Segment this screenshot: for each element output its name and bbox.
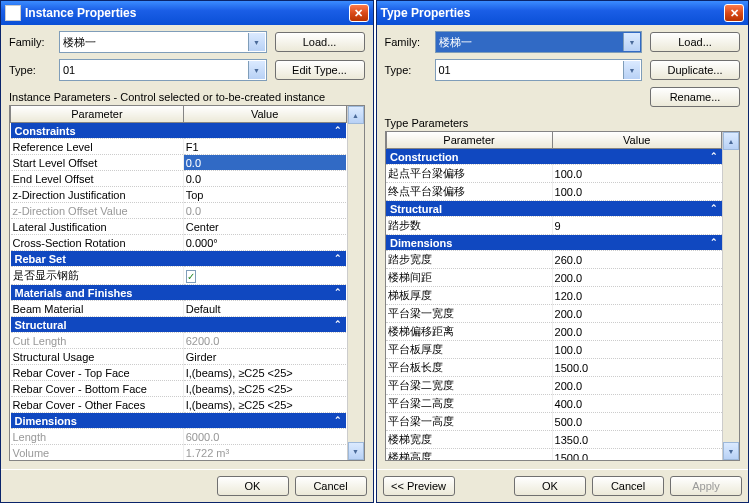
ok-button[interactable]: OK [217,476,289,496]
table-row[interactable]: Reference LevelF1 [11,139,347,155]
col-parameter[interactable]: Parameter [386,132,552,149]
scrollbar[interactable]: ▲ ▼ [722,132,739,460]
param-value[interactable]: 260.0 [552,251,721,269]
duplicate-button[interactable]: Duplicate... [650,60,740,80]
scrollbar[interactable]: ▲ ▼ [347,106,364,460]
param-value[interactable]: 6200.0 [183,333,346,349]
chevron-down-icon[interactable]: ▼ [248,33,265,51]
table-row[interactable]: Cross-Section Rotation0.000° [11,235,347,251]
table-row[interactable]: z-Direction JustificationTop [11,187,347,203]
table-row[interactable]: End Level Offset0.0 [11,171,347,187]
param-value[interactable]: 9 [552,217,721,235]
close-button[interactable]: ✕ [349,4,369,22]
param-value[interactable]: I,(beams), ≥C25 <25> [183,397,346,413]
table-row[interactable]: 平台梁二宽度200.0 [386,377,722,395]
table-row[interactable]: Beam MaterialDefault [11,301,347,317]
family-combo[interactable]: 楼梯一▼ [435,31,643,53]
table-row[interactable]: Start Level Offset0.0 [11,155,347,171]
param-value[interactable]: 200.0 [552,377,721,395]
table-row[interactable]: Rebar Cover - Other FacesI,(beams), ≥C25… [11,397,347,413]
table-row[interactable]: Structural UsageGirder [11,349,347,365]
param-value[interactable]: 200.0 [552,305,721,323]
scroll-up-icon[interactable]: ▲ [348,106,364,124]
param-value[interactable]: 200.0 [552,323,721,341]
param-value[interactable]: I,(beams), ≥C25 <25> [183,365,346,381]
rename-button[interactable]: Rename... [650,87,740,107]
param-value[interactable]: 100.0 [552,183,721,201]
section-header[interactable]: Dimensions⌃ [11,413,347,429]
param-value[interactable]: 120.0 [552,287,721,305]
param-value[interactable]: 100.0 [552,341,721,359]
col-value[interactable]: Value [552,132,721,149]
table-row[interactable]: 梯板厚度120.0 [386,287,722,305]
table-row[interactable]: 平台梁二高度400.0 [386,395,722,413]
param-value[interactable]: Top [183,187,346,203]
titlebar[interactable]: Type Properties ✕ [377,1,749,25]
param-value[interactable]: I,(beams), ≥C25 <25> [183,381,346,397]
table-row[interactable]: 是否显示钢筋✓ [11,267,347,285]
type-combo[interactable]: 01▼ [59,59,267,81]
section-header[interactable]: Constraints⌃ [11,123,347,139]
preview-button[interactable]: << Preview [383,476,455,496]
param-value[interactable]: 6000.0 [183,429,346,445]
scroll-down-icon[interactable]: ▼ [348,442,364,460]
section-header[interactable]: Structural⌃ [11,317,347,333]
table-row[interactable]: Length6000.0 [11,429,347,445]
table-row[interactable]: Lateral JustificationCenter [11,219,347,235]
table-row[interactable]: 踏步数9 [386,217,722,235]
scroll-up-icon[interactable]: ▲ [723,132,739,150]
cancel-button[interactable]: Cancel [295,476,367,496]
section-header[interactable]: Rebar Set⌃ [11,251,347,267]
param-value[interactable]: 0.0 [183,171,346,187]
table-row[interactable]: 楼梯高度1500.0 [386,449,722,461]
table-row[interactable]: 楼梯宽度1350.0 [386,431,722,449]
load-button[interactable]: Load... [650,32,740,52]
section-header[interactable]: Structural⌃ [386,201,722,217]
table-row[interactable]: 楼梯间距200.0 [386,269,722,287]
param-value[interactable]: 400.0 [552,395,721,413]
param-value[interactable]: 500.0 [552,413,721,431]
col-value[interactable]: Value [183,106,346,123]
table-row[interactable]: 平台梁一高度500.0 [386,413,722,431]
table-row[interactable]: 踏步宽度260.0 [386,251,722,269]
param-value[interactable]: Default [183,301,346,317]
family-combo[interactable]: 楼梯一▼ [59,31,267,53]
table-row[interactable]: Rebar Cover - Bottom FaceI,(beams), ≥C25… [11,381,347,397]
param-value[interactable]: 1500.0 [552,359,721,377]
param-value[interactable]: 1350.0 [552,431,721,449]
ok-button[interactable]: OK [514,476,586,496]
param-value[interactable]: 1500.0 [552,449,721,461]
section-header[interactable]: Dimensions⌃ [386,235,722,251]
table-row[interactable]: 平台板长度1500.0 [386,359,722,377]
apply-button[interactable]: Apply [670,476,742,496]
table-row[interactable]: 起点平台梁偏移100.0 [386,165,722,183]
param-value[interactable]: Center [183,219,346,235]
param-value[interactable]: 0.0 [183,155,346,171]
table-row[interactable]: z-Direction Offset Value0.0 [11,203,347,219]
param-value[interactable]: F1 [183,139,346,155]
table-row[interactable]: Rebar Cover - Top FaceI,(beams), ≥C25 <2… [11,365,347,381]
table-row[interactable]: 平台梁一宽度200.0 [386,305,722,323]
table-row[interactable]: Volume1.722 m³ [11,445,347,461]
cancel-button[interactable]: Cancel [592,476,664,496]
type-combo[interactable]: 01▼ [435,59,643,81]
param-value[interactable]: Girder [183,349,346,365]
col-parameter[interactable]: Parameter [11,106,184,123]
table-row[interactable]: 楼梯偏移距离200.0 [386,323,722,341]
section-header[interactable]: Construction⌃ [386,149,722,165]
param-value[interactable]: ✓ [183,267,346,285]
table-row[interactable]: 终点平台梁偏移100.0 [386,183,722,201]
titlebar[interactable]: Instance Properties ✕ [1,1,373,25]
table-row[interactable]: Cut Length6200.0 [11,333,347,349]
param-value[interactable]: 100.0 [552,165,721,183]
checkbox-icon[interactable]: ✓ [186,270,196,283]
param-value[interactable]: 1.722 m³ [183,445,346,461]
chevron-down-icon[interactable]: ▼ [623,61,640,79]
param-value[interactable]: 0.000° [183,235,346,251]
edit-type-button[interactable]: Edit Type... [275,60,365,80]
table-row[interactable]: 平台板厚度100.0 [386,341,722,359]
param-value[interactable]: 200.0 [552,269,721,287]
scroll-down-icon[interactable]: ▼ [723,442,739,460]
chevron-down-icon[interactable]: ▼ [623,33,640,51]
section-header[interactable]: Materials and Finishes⌃ [11,285,347,301]
